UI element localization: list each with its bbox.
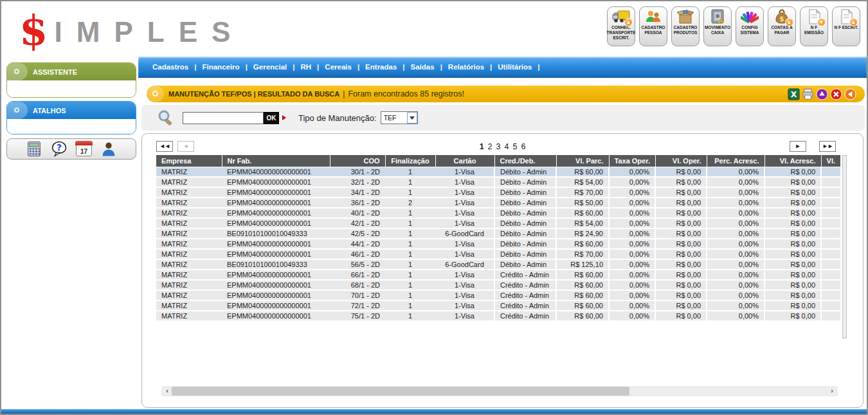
- back-circle-icon[interactable]: [844, 88, 856, 100]
- cell-cartao: 1-Visa: [435, 177, 494, 187]
- column-header-nr-fab[interactable]: Nr Fab.: [222, 155, 330, 167]
- scroll-left-icon[interactable]: [163, 386, 172, 396]
- assistente-header[interactable]: ASSISTENTE: [7, 63, 136, 80]
- column-header-vl-parc[interactable]: Vl. Parc.: [556, 155, 609, 167]
- menu-item-financeiro[interactable]: Financeiro: [202, 63, 239, 71]
- atalhos-header[interactable]: ATALHOS: [7, 102, 136, 119]
- menu-item-utilitarios[interactable]: Utilitários: [498, 63, 532, 71]
- table-row[interactable]: MATRIZEPMM040000000000000144/1 - 2D11-Vi…: [156, 239, 840, 249]
- excel-icon[interactable]: X: [788, 88, 800, 100]
- table-row[interactable]: MATRIZBE09101010001004933342/5 - 2D16-Go…: [156, 228, 840, 239]
- cell-perc-acresc: 0,00%: [707, 228, 764, 239]
- search-ok-button[interactable]: OK: [264, 112, 279, 124]
- menu-item-entradas[interactable]: Entradas: [365, 63, 397, 71]
- column-header-finalizacao[interactable]: Finalização: [385, 155, 435, 167]
- toolbar-button-config-sistema[interactable]: CONFIG SISTEMA: [736, 6, 764, 46]
- table-row[interactable]: MATRIZEPMM040000000000000136/1 - 2D21-Vi…: [156, 198, 840, 208]
- table-row[interactable]: MATRIZEPMM040000000000000166/1 - 2D11-Vi…: [156, 270, 840, 280]
- search-input[interactable]: [183, 112, 264, 124]
- cell-vl-parc: R$ 60,00: [556, 311, 609, 321]
- cell-vl-oper: R$ 0,00: [655, 280, 707, 290]
- table-row[interactable]: MATRIZEPMM040000000000000175/1 - 2D11-Vi…: [156, 311, 840, 321]
- toolbar-button-n-f-emissao[interactable]: N F EMISSÃO: [800, 6, 828, 46]
- last-page-button[interactable]: [819, 141, 836, 152]
- menu-item-relatorios[interactable]: Relatórios: [448, 63, 484, 71]
- column-header-cartao[interactable]: Cartão: [435, 155, 494, 167]
- money-bag-icon: $: [773, 9, 791, 24]
- cell-vl: [821, 228, 840, 239]
- toolbar-button-n-f-escrit[interactable]: N F ESCRIT.: [832, 6, 860, 46]
- column-header-coo[interactable]: COO: [330, 155, 385, 167]
- page-link-3[interactable]: 3: [496, 142, 501, 151]
- previous-page-button[interactable]: [177, 141, 194, 152]
- cell-nr-fab: BE091010100010049333: [222, 228, 330, 239]
- column-header-empresa[interactable]: Empresa: [156, 155, 222, 167]
- toolbar-button-cadastro-pessoa[interactable]: CADASTRO PESSOA: [639, 6, 667, 46]
- assistente-body: [7, 80, 136, 97]
- table-row[interactable]: MATRIZEPMM040000000000000140/1 - 2D11-Vi…: [156, 208, 840, 218]
- scroll-right-icon[interactable]: [827, 386, 836, 396]
- cell-cred-deb: Débito - Admin: [494, 239, 556, 249]
- toolbar-button-movimento-caixa[interactable]: MOVIMENTO CAIXA: [703, 6, 732, 46]
- cell-taxa-oper: 0,00%: [609, 290, 655, 300]
- help-icon[interactable]: ?: [51, 141, 68, 157]
- column-header-taxa-oper[interactable]: Taxa Oper.: [609, 155, 655, 167]
- cell-vl-acresc: R$ 0,00: [764, 259, 821, 270]
- menu-item-cadastros[interactable]: Cadastros: [152, 63, 188, 71]
- user-icon[interactable]: [100, 141, 117, 157]
- column-header-vl-oper[interactable]: Vl. Oper.: [655, 155, 707, 167]
- toolbar-button-cadastro-produtos[interactable]: CADASTRO PRODUTOS: [671, 6, 700, 46]
- table-row[interactable]: MATRIZEPMM040000000000000142/1 - 2D11-Vi…: [156, 218, 840, 228]
- close-circle-icon[interactable]: [830, 88, 842, 100]
- first-page-button[interactable]: [156, 141, 173, 152]
- horizontal-scrollbar-thumb[interactable]: [172, 387, 629, 396]
- cell-nr-fab: EPMM0400000000000001: [222, 198, 330, 208]
- up-circle-icon[interactable]: [816, 88, 828, 100]
- toolbar-button-label: MOVIMENTO CAIXA: [704, 25, 731, 35]
- table-row[interactable]: MATRIZEPMM040000000000000134/1 - 2D11-Vi…: [156, 187, 840, 198]
- table-row[interactable]: MATRIZEPMM040000000000000130/1 - 2D11-Vi…: [156, 167, 840, 177]
- column-header-cred-deb[interactable]: Cred./Deb.: [494, 155, 556, 167]
- cell-taxa-oper: 0,00%: [609, 198, 655, 208]
- menu-item-saidas[interactable]: Saídas: [411, 63, 435, 71]
- page-link-1[interactable]: 1: [480, 142, 484, 151]
- search-bar: OK Tipo de Manutenção: TEF: [141, 105, 865, 131]
- vertical-scrollbar[interactable]: [842, 155, 847, 338]
- page-link-6[interactable]: 6: [521, 142, 525, 151]
- calendar-icon[interactable]: 17: [76, 142, 92, 156]
- pagination: 123456: [156, 141, 849, 152]
- cell-finalizacao: 1: [385, 311, 435, 321]
- cell-perc-acresc: 0,00%: [707, 270, 764, 280]
- table-row[interactable]: MATRIZBE09101010001004933356/5 - 2D16-Go…: [156, 259, 840, 270]
- toolbar-button-conhec-transporte-escrit[interactable]: CONHEC. TRANSPORTE ESCRIT.: [607, 6, 635, 46]
- page-link-4[interactable]: 4: [505, 142, 509, 151]
- printer-icon[interactable]: [802, 88, 814, 100]
- search-icon: [157, 109, 174, 126]
- column-header-vl[interactable]: Vl.: [821, 155, 840, 167]
- page-link-5[interactable]: 5: [512, 142, 517, 151]
- menu-item-cereais[interactable]: Cereais: [325, 63, 352, 71]
- cell-finalizacao: 1: [385, 228, 435, 239]
- table-row[interactable]: MATRIZEPMM040000000000000132/1 - 2D11-Vi…: [156, 177, 840, 187]
- maintenance-type-select[interactable]: TEF: [381, 111, 418, 124]
- cell-coo: 72/1 - 2D: [330, 300, 385, 311]
- cell-cred-deb: Crédito - Admin: [494, 290, 556, 300]
- cell-nr-fab: EPMM0400000000000001: [222, 290, 330, 300]
- cell-taxa-oper: 0,00%: [609, 311, 655, 321]
- cell-coo: 44/1 - 2D: [330, 239, 385, 249]
- column-header-perc-acresc[interactable]: Perc. Acresc.: [707, 155, 764, 167]
- next-page-button[interactable]: [790, 141, 806, 152]
- menu-item-rh[interactable]: RH: [300, 63, 311, 71]
- page-link-2[interactable]: 2: [488, 142, 493, 151]
- table-row[interactable]: MATRIZEPMM040000000000000168/1 - 2D11-Vi…: [156, 280, 840, 290]
- table-row[interactable]: MATRIZEPMM040000000000000172/1 - 2D11-Vi…: [156, 300, 840, 311]
- table-row[interactable]: MATRIZEPMM040000000000000170/1 - 2D11-Vi…: [156, 290, 840, 300]
- column-header-vl-acresc[interactable]: Vl. Acresc.: [764, 155, 821, 167]
- toolbar-button-contas-a-pagar[interactable]: $CONTAS A PAGAR: [768, 6, 796, 46]
- calculator-icon[interactable]: [26, 141, 42, 157]
- cell-vl-acresc: R$ 0,00: [764, 249, 821, 259]
- cell-finalizacao: 1: [385, 290, 435, 300]
- table-row[interactable]: MATRIZEPMM040000000000000146/1 - 2D11-Vi…: [156, 249, 840, 259]
- menu-item-gerencial[interactable]: Gerencial: [253, 63, 287, 71]
- results-table: EmpresaNr Fab.COOFinalizaçãoCartãoCred./…: [156, 155, 840, 322]
